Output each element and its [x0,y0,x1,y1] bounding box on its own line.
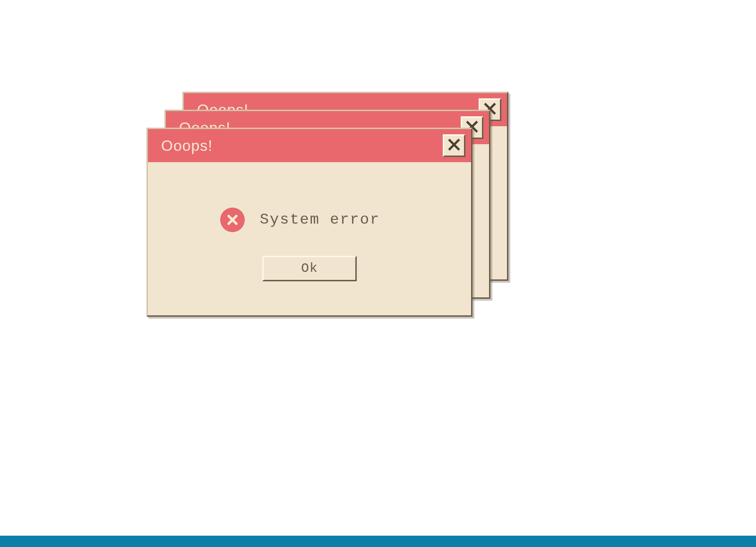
dialog-titlebar: Ooops! [148,129,471,162]
close-button[interactable] [443,134,465,157]
dialog-title: Ooops! [161,137,213,155]
ok-button-label: Ok [301,261,318,276]
error-message-row: System error [220,208,380,232]
error-dialog-front: Ooops! System error Ok [146,128,472,317]
error-message-text: System error [260,211,380,228]
close-icon [447,138,461,154]
footer-bar [0,536,756,547]
ok-button[interactable]: Ok [262,256,357,281]
error-icon [220,208,245,232]
dialog-body: System error Ok [148,162,471,317]
